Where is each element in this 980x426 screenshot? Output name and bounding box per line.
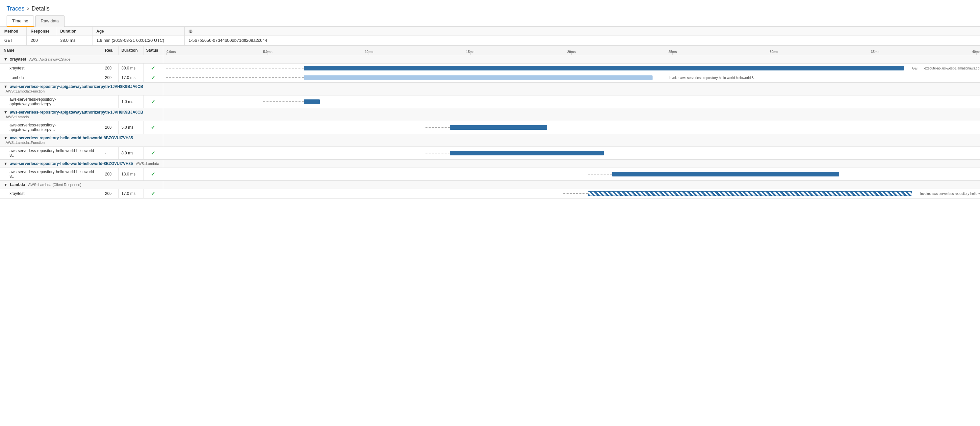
chevron-group3[interactable]: ▼ [4,110,8,115]
row-g5r1: aws-serverless-repository-hello-world-he… [0,168,980,181]
tabs-container: Timeline Raw data [0,16,980,27]
bar-label-g1r2: Invoke: aws-serverless-repository-hello-… [669,76,756,80]
breadcrumb-separator: > [26,6,29,12]
meta-header-id: ID [185,27,980,36]
row-lambda-g1: Lambda 200 17.0 ms ✔ Invoke: aws-serverl… [0,73,980,83]
col-name-header: Name [0,46,102,55]
status-ok-g6r1: ✔ [151,191,155,196]
bar-g5r1 [612,172,839,177]
breadcrumb: Traces > Details [0,0,980,14]
meta-value-id: 1-5b7b5650-07d44b00db71dff209a2c044 [185,36,980,45]
chevron-group5[interactable]: ▼ [4,161,8,166]
metadata-section: Method Response Duration Age ID GET 200 … [0,27,980,45]
meta-value-age: 1.9 min (2018-08-21 00:01:20 UTC) [92,36,185,45]
group-row-3: ▼ aws-serverless-repository-apigatewayau… [0,108,980,121]
meta-value-duration: 38.0 ms [56,36,92,45]
status-ok-g3r1: ✔ [151,124,155,130]
bar-g1r2 [304,75,652,80]
bar-g1r1 [304,66,904,70]
group5-type: AWS::Lambda [136,162,159,166]
chevron-group6[interactable]: ▼ [4,182,8,187]
row-xray-test-1: xray/test 200 30.0 ms ✔ GET [0,64,980,73]
bar-g2r1 [304,99,320,104]
tick-0ms: 0.0ms [167,50,176,54]
col-dur-header: Duration [119,46,143,55]
col-status-header: Status [143,46,163,55]
group4-type: AWS::Lambda::Function [6,140,45,145]
group-row-2: ▼ aws-serverless-repository-apigatewayau… [0,83,980,96]
timeline-header-row: Name Res. Duration Status 0.0ms 5.0ms 10… [0,46,980,55]
group6-label: Lambda [10,182,25,187]
chevron-group2[interactable]: ▼ [4,84,8,89]
traces-link[interactable]: Traces [6,5,24,12]
bar-g3r1 [450,125,547,130]
meta-header-duration: Duration [56,27,92,36]
chevron-group4[interactable]: ▼ [4,136,8,140]
status-ok-g5r1: ✔ [151,171,155,177]
status-ok-g2r1: ✔ [151,99,155,104]
row-g6r1: xray/test 200 17.0 ms ✔ Invoke: aws-serv… [0,189,980,198]
bar-g4r1 [450,151,604,155]
group6-type: AWS::Lambda (Client Response) [28,183,82,187]
tab-raw-data[interactable]: Raw data [35,16,65,27]
chevron-group1[interactable]: ▼ [4,57,8,62]
group-row-1: ▼ xray/test AWS::ApiGateway::Stage [0,55,980,64]
group4-label: aws-serverless-repository-hello-world-he… [10,136,133,140]
group1-type: AWS::ApiGateway::Stage [29,57,70,61]
meta-value-method: GET [0,36,27,45]
tab-timeline[interactable]: Timeline [6,16,34,27]
status-ok-g4r1: ✔ [151,150,155,156]
bar-label-g6r1: Invoke: aws-serverless-repository-hello-… [920,192,980,196]
meta-header-age: Age [92,27,185,36]
group3-label: aws-serverless-repository-apigatewayauth… [10,110,143,115]
group2-label: aws-serverless-repository-apigatewayauth… [10,84,143,89]
meta-value-response: 200 [27,36,56,45]
group2-type: AWS::Lambda::Function [6,89,45,93]
group5-label: aws-serverless-repository-hello-world-he… [10,161,133,166]
group-row-6: ▼ Lambda AWS::Lambda (Client Response) [0,181,980,189]
row-g2r1: aws-serverless-repository-apigatewayauth… [0,96,980,108]
group-row-4: ▼ aws-serverless-repository-hello-world-… [0,134,980,147]
meta-header-method: Method [0,27,27,36]
timeline-section: Name Res. Duration Status 0.0ms 5.0ms 10… [0,45,980,198]
bar-g6r1 [588,191,912,196]
meta-header-response: Response [27,27,56,36]
status-ok-g1r2: ✔ [151,75,155,80]
status-ok-g1r1: ✔ [151,65,155,71]
col-timeline-header: 0.0ms 5.0ms 10ms 15ms 20ms 25ms 30ms 35m… [163,46,980,55]
row-g4r1: aws-serverless-repository-hello-world-he… [0,147,980,160]
bar-label-g1r1: GET ..execute-api.us-west-1.amazonaws.co… [912,67,980,70]
group3-type: AWS::Lambda [6,115,29,119]
row-g3r1: aws-serverless-repository-apigatewayauth… [0,121,980,134]
breadcrumb-current: Details [32,5,50,12]
col-res-header: Res. [102,46,119,55]
group1-label: xray/test [10,57,26,62]
group-row-5: ▼ aws-serverless-repository-hello-world-… [0,160,980,168]
